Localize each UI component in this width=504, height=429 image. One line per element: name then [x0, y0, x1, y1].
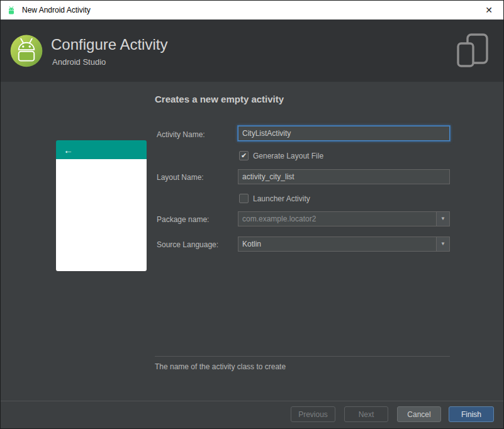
wizard-subtitle: Android Studio: [52, 57, 106, 67]
window-title: New Android Activity: [22, 6, 91, 14]
next-button[interactable]: Next: [344, 406, 388, 422]
cancel-button[interactable]: Cancel: [397, 406, 441, 422]
finish-button[interactable]: Finish: [449, 406, 494, 422]
field-hint-text: The name of the activity class to create: [155, 362, 286, 371]
language-dropdown-button[interactable]: ▼: [436, 237, 449, 251]
back-arrow-icon: ←: [64, 145, 73, 155]
page-title: Creates a new empty activity: [155, 94, 284, 104]
form-separator: [155, 356, 450, 357]
activity-name-label: Activity Name:: [157, 130, 205, 139]
chevron-down-icon: ▼: [440, 242, 445, 247]
previous-button[interactable]: Previous: [291, 406, 335, 422]
source-language-label: Source Language:: [157, 240, 218, 249]
generate-layout-checkbox[interactable]: ✔: [239, 151, 249, 160]
android-studio-logo-icon: [9, 32, 44, 71]
close-icon[interactable]: ✕: [474, 1, 503, 20]
package-name-combo[interactable]: com.example.locator2 ▼: [238, 211, 450, 226]
launcher-activity-checkbox[interactable]: ✔: [239, 194, 249, 203]
package-name-label: Package name:: [157, 215, 209, 224]
chevron-down-icon: ▼: [440, 216, 445, 221]
source-language-value: Kotlin: [238, 240, 436, 248]
check-icon: ✔: [241, 152, 247, 159]
launcher-activity-label: Launcher Activity: [253, 194, 310, 203]
launcher-activity-row: ✔ Launcher Activity: [239, 194, 310, 203]
activity-preview-thumbnail: ←: [56, 140, 147, 271]
layout-name-input[interactable]: [238, 169, 450, 184]
generate-layout-label: Generate Layout File: [253, 152, 323, 160]
source-language-combo[interactable]: Kotlin ▼: [238, 237, 450, 252]
window-titlebar: New Android Activity ✕: [1, 1, 503, 20]
wizard-header: Configure Activity Android Studio: [1, 20, 503, 82]
layout-name-label: Layout Name:: [157, 173, 204, 182]
generate-layout-row: ✔ Generate Layout File: [239, 151, 323, 160]
preview-appbar: ←: [56, 140, 147, 159]
package-name-value: com.example.locator2: [238, 214, 436, 223]
activity-name-input[interactable]: [238, 126, 450, 141]
wizard-title: Configure Activity: [51, 36, 167, 53]
preview-content-area: [56, 159, 147, 271]
phone-tablet-icon: [457, 33, 490, 70]
new-android-activity-dialog: New Android Activity ✕ Config: [0, 0, 504, 429]
package-dropdown-button[interactable]: ▼: [436, 212, 449, 226]
buttonbar-separator: [1, 401, 503, 401]
android-robot-icon: [6, 4, 17, 16]
